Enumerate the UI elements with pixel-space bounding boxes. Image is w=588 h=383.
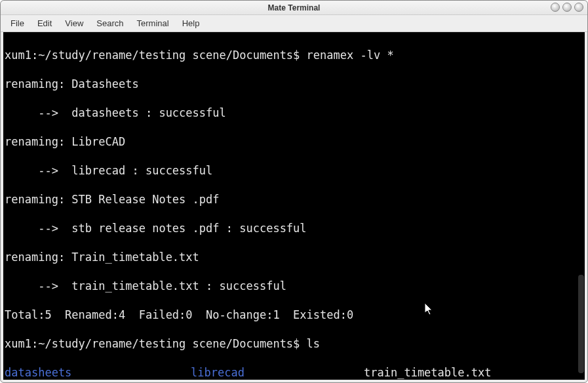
window-title: Mate Terminal — [268, 3, 321, 12]
ls-row: datasheetslibrecadtrain_timetable.txt — [5, 365, 583, 380]
terminal-output[interactable]: xum1:~/study/rename/testing scene/Docume… — [3, 32, 585, 380]
menu-edit[interactable]: Edit — [31, 16, 58, 30]
menu-help[interactable]: Help — [176, 16, 206, 30]
menu-view[interactable]: View — [59, 16, 89, 30]
scrollbar[interactable] — [577, 32, 585, 380]
window-controls — [551, 3, 583, 12]
output-line: renaming: Datasheets — [5, 77, 583, 91]
prompt-text: xum1:~/study/rename/testing scene/Docume… — [5, 337, 300, 350]
ls-dir: librecad — [191, 365, 364, 380]
scrollbar-thumb[interactable] — [578, 275, 584, 373]
output-line: --> librecad : successful — [5, 163, 583, 178]
prompt-text: xum1:~/study/rename/testing scene/Docume… — [5, 49, 300, 62]
command-renamex: renamex -lv * — [307, 49, 394, 62]
prompt-line: xum1:~/study/rename/testing scene/Docume… — [5, 49, 394, 62]
menu-terminal[interactable]: Terminal — [131, 16, 175, 30]
terminal-viewport[interactable]: xum1:~/study/rename/testing scene/Docume… — [3, 32, 585, 380]
output-line: --> stb release notes .pdf : successful — [5, 221, 583, 235]
minimize-button[interactable] — [551, 3, 560, 12]
output-line: --> datasheets : successful — [5, 106, 583, 120]
menu-file[interactable]: File — [5, 16, 30, 30]
output-line: renaming: STB Release Notes .pdf — [5, 192, 583, 207]
ls-file: train_timetable.txt — [364, 365, 491, 380]
maximize-button[interactable] — [562, 3, 572, 12]
ls-dir: datasheets — [5, 365, 191, 380]
output-line: --> train_timetable.txt : successful — [5, 279, 583, 293]
output-line: renaming: LibreCAD — [5, 134, 583, 149]
command-ls: ls — [307, 337, 320, 350]
menubar: File Edit View Search Terminal Help — [1, 15, 587, 32]
output-line: renaming: Train_timetable.txt — [5, 250, 583, 264]
terminal-window: Mate Terminal File Edit View Search Term… — [0, 0, 588, 383]
close-button[interactable] — [574, 3, 583, 12]
titlebar: Mate Terminal — [1, 1, 587, 15]
prompt-line: xum1:~/study/rename/testing scene/Docume… — [5, 337, 320, 350]
menu-search[interactable]: Search — [90, 16, 129, 30]
output-line: Total:5 Renamed:4 Failed:0 No-change:1 E… — [5, 308, 583, 322]
